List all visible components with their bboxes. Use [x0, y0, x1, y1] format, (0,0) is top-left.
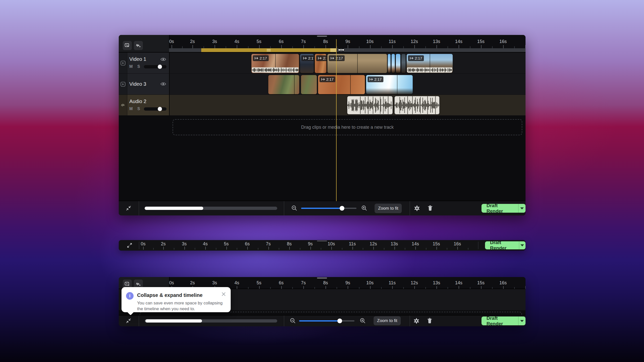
ruler-tick — [459, 286, 459, 289]
zoom-slider-thumb[interactable] — [340, 206, 344, 211]
draft-render-label[interactable]: Draft Render — [485, 241, 519, 249]
zoom-slider-thumb[interactable] — [337, 319, 342, 323]
render-options-caret[interactable] — [519, 241, 526, 249]
ruler-label: 7s — [301, 280, 306, 286]
add-video-track-button[interactable] — [123, 41, 132, 50]
video-clip[interactable] — [401, 54, 406, 73]
ruler-tick — [414, 286, 415, 289]
horizontal-scrollbar[interactable] — [145, 319, 277, 323]
track-lane-audio2 — [170, 95, 526, 115]
collapse-timeline-button[interactable] — [124, 316, 133, 325]
ruler-tick — [182, 46, 183, 48]
volume-slider-thumb[interactable] — [158, 65, 162, 69]
panel-drag-handle[interactable] — [317, 241, 327, 241]
zoom-in-button[interactable] — [358, 316, 367, 325]
horizontal-scrollbar[interactable] — [145, 207, 277, 210]
zoom-slider[interactable] — [299, 320, 354, 322]
video-clip[interactable] — [268, 75, 299, 94]
ruler-tick — [248, 46, 249, 48]
zoom-slider[interactable] — [301, 208, 356, 209]
ruler-tick — [143, 247, 144, 250]
timeline-scrub-bar[interactable] — [169, 48, 526, 52]
scrollbar-thumb[interactable] — [145, 207, 203, 210]
track-header-audio2[interactable]: Audio 2 M S — [119, 95, 170, 115]
ruler-tick — [204, 46, 204, 48]
timeline-header-row: 0s2s3s4s5s6s7s8s9s10s11s12s13s14s15s16s — [119, 35, 526, 53]
badge-text: 2:17 — [326, 77, 334, 81]
volume-slider[interactable] — [144, 65, 167, 68]
ruler-tick — [326, 45, 326, 48]
video-clip[interactable]: 2:17 — [251, 54, 299, 73]
zoom-out-button[interactable] — [290, 204, 299, 212]
render-options-caret[interactable] — [518, 204, 526, 213]
zoom-in-button[interactable] — [360, 204, 369, 212]
video-clip[interactable]: 2:17 — [318, 75, 365, 94]
zoom-to-fit-button[interactable]: Zoom to fit — [375, 204, 402, 213]
ruler-tick — [289, 247, 290, 250]
ruler-label: 13s — [433, 280, 440, 286]
collapse-timeline-button[interactable] — [124, 204, 133, 212]
draft-render-label[interactable]: Draft Render — [481, 316, 518, 325]
mute-button[interactable]: M — [129, 107, 133, 111]
video-clip[interactable]: 2:17 — [300, 54, 314, 73]
visible-range-bar[interactable] — [201, 48, 336, 52]
settings-button[interactable] — [412, 316, 421, 325]
video-clip[interactable] — [388, 54, 391, 73]
ruler-tick — [425, 46, 426, 48]
trash-icon — [427, 205, 433, 211]
video-clip[interactable] — [391, 54, 395, 73]
track-header-video1[interactable]: Video 1 M S — [119, 53, 170, 73]
zoom-out-icon — [290, 318, 296, 324]
video-clip[interactable]: 2:17 — [315, 54, 327, 73]
ruler-tick — [470, 287, 470, 289]
solo-button[interactable]: S — [137, 64, 140, 69]
panel-drag-handle[interactable] — [317, 278, 327, 279]
render-options-caret[interactable] — [518, 316, 526, 325]
tooltip-close-button[interactable] — [221, 291, 227, 297]
visibility-eye-icon[interactable] — [160, 82, 166, 86]
settings-button[interactable] — [413, 204, 421, 212]
add-audio-track-button[interactable] — [134, 41, 143, 50]
video-clip[interactable]: 2:17 — [407, 54, 453, 73]
video-track-icon — [119, 74, 127, 95]
playhead[interactable] — [336, 39, 337, 201]
delete-button[interactable] — [425, 316, 434, 325]
scrollbar-thumb[interactable] — [145, 319, 202, 323]
ruler-label: 2s — [190, 280, 195, 286]
expand-timeline-button[interactable] — [125, 241, 134, 250]
draft-render-button[interactable]: Draft Render — [485, 241, 526, 249]
track-tools — [119, 35, 170, 52]
draft-render-button[interactable]: Draft Render — [481, 204, 526, 213]
video-clip[interactable] — [301, 75, 317, 94]
trim-duration-badge: 2:17 — [329, 55, 345, 61]
draft-render-button[interactable]: Draft Render — [481, 316, 526, 325]
ruler-label: 10s — [366, 39, 374, 44]
volume-slider[interactable] — [144, 107, 167, 111]
zoom-out-button[interactable] — [289, 316, 297, 325]
solo-button[interactable]: S — [137, 107, 140, 111]
range-grip-icon[interactable] — [267, 49, 271, 51]
range-resize-handle[interactable] — [330, 48, 336, 52]
audio-clip[interactable] — [347, 96, 393, 114]
ruler-tick — [215, 45, 215, 48]
draft-render-label[interactable]: Draft Render — [481, 204, 518, 213]
trim-duration-badge: 2:17 — [368, 76, 383, 82]
ruler-tick — [514, 287, 515, 289]
audio-clip[interactable] — [394, 96, 439, 114]
video-clip[interactable]: 2:17 — [366, 75, 413, 94]
panel-drag-handle[interactable] — [317, 36, 327, 37]
volume-slider-thumb[interactable] — [158, 107, 162, 111]
zoom-to-fit-button[interactable]: Zoom to fit — [374, 316, 401, 325]
waveform — [252, 67, 299, 73]
video-clip[interactable] — [396, 54, 400, 73]
visibility-eye-icon[interactable] — [160, 57, 166, 62]
track-header-video3[interactable]: Video 3 — [119, 74, 170, 95]
delete-button[interactable] — [426, 204, 434, 212]
ruler-tick — [370, 45, 371, 48]
mute-button[interactable]: M — [129, 64, 133, 69]
ruler-label: 9s — [345, 39, 350, 44]
ruler-tick — [359, 287, 359, 289]
badge-text: 2:17 — [374, 77, 382, 81]
waveform — [394, 96, 439, 114]
new-track-drop-zone[interactable]: Drag clips or media here to create a new… — [173, 119, 522, 135]
